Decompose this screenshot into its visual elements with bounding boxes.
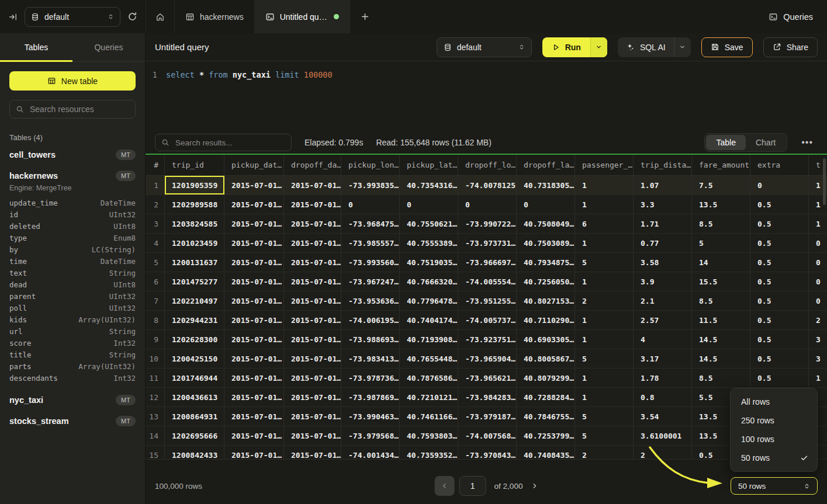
table-cell[interactable]: 5: [575, 426, 634, 445]
table-cell[interactable]: 1202628300: [165, 330, 224, 349]
table-cell[interactable]: 40.7796478…: [400, 291, 458, 310]
search-results-input[interactable]: [174, 138, 285, 148]
table-cell[interactable]: -73.973731…: [458, 234, 517, 252]
table-cell[interactable]: 40.7508049…: [517, 214, 575, 233]
table-cell[interactable]: -73.990463…: [341, 407, 400, 426]
table-cell[interactable]: 3: [809, 349, 827, 368]
table-cell[interactable]: -73.966697…: [458, 253, 517, 272]
table-cell[interactable]: -73.984283…: [458, 388, 517, 406]
table-cell[interactable]: 40.7359352…: [400, 446, 458, 459]
table-cell[interactable]: 1200436613: [165, 388, 224, 406]
menu-option-all-rows[interactable]: All rows: [731, 392, 817, 411]
table-cell[interactable]: -73.987869…: [341, 388, 400, 406]
table-cell[interactable]: 1: [575, 369, 634, 387]
table-cell[interactable]: 2015-07-01…: [224, 272, 284, 291]
menu-option-50-rows[interactable]: 50 rows: [731, 449, 817, 467]
table-cell[interactable]: -73.983413…: [341, 349, 400, 368]
table-cell[interactable]: -73.965904…: [458, 349, 517, 368]
table-cell[interactable]: -73.993560…: [341, 253, 400, 272]
sql-ai-button[interactable]: SQL AI: [618, 37, 674, 57]
table-cell[interactable]: 1201475277: [165, 272, 224, 291]
table-cell[interactable]: -73.923751…: [458, 330, 517, 349]
column-header[interactable]: passenger_…: [575, 155, 634, 175]
table-cell[interactable]: 5: [575, 407, 634, 426]
table-cell[interactable]: 2015-07-01…: [224, 349, 284, 368]
table-cell[interactable]: 2015-07-01…: [284, 369, 341, 387]
table-cell[interactable]: 0: [400, 195, 458, 214]
column-header[interactable]: fare_amount: [692, 155, 750, 175]
table-cell[interactable]: 2015-07-01…: [224, 311, 284, 329]
column-header[interactable]: dropoff_la…: [517, 155, 575, 175]
table-cell[interactable]: 0.5: [750, 291, 809, 310]
new-tab-button[interactable]: [350, 0, 380, 33]
table-cell[interactable]: 2015-07-01…: [224, 234, 284, 252]
table-cell[interactable]: -73.988693…: [341, 330, 400, 349]
table-cell[interactable]: 0.5: [750, 349, 809, 368]
table-cell[interactable]: 2015-07-01…: [224, 176, 284, 194]
page-number-input[interactable]: [459, 476, 486, 496]
table-cell[interactable]: -73.968475…: [341, 214, 400, 233]
table-cell[interactable]: 0.5: [750, 369, 809, 387]
table-cell[interactable]: 1.78: [634, 369, 692, 387]
table-cell[interactable]: 3: [809, 330, 827, 349]
table-cell[interactable]: 0.5: [750, 214, 809, 233]
table-cell[interactable]: 1: [575, 311, 634, 329]
sql-editor[interactable]: 1 select * from nyc_taxi limit 100000: [146, 61, 827, 131]
table-cell[interactable]: 1203824585: [165, 214, 224, 233]
table-cell[interactable]: 2015-07-01…: [284, 272, 341, 291]
table-cell[interactable]: 2015-07-01…: [284, 446, 341, 459]
table-cell[interactable]: 11.5: [692, 311, 750, 329]
table-cell[interactable]: 40.7876586…: [400, 369, 458, 387]
table-cell[interactable]: 40.6903305…: [517, 330, 575, 349]
table-cell[interactable]: 1202210497: [165, 291, 224, 310]
column-header[interactable]: pickup_lon…: [341, 155, 400, 175]
table-cell[interactable]: -73.993835…: [341, 176, 400, 194]
table-cell[interactable]: -74.006195…: [341, 311, 400, 329]
table-cell[interactable]: 2015-07-01…: [284, 195, 341, 214]
table-cell[interactable]: 2015-07-01…: [284, 426, 341, 445]
table-cell[interactable]: 40.8079299…: [517, 369, 575, 387]
table-cell[interactable]: -73.979187…: [458, 407, 517, 426]
table-cell[interactable]: 1: [809, 214, 827, 233]
table-cell[interactable]: 1.71: [634, 214, 692, 233]
sidebar-tab-tables[interactable]: Tables: [0, 33, 72, 61]
table-cell[interactable]: 5: [575, 253, 634, 272]
table-cell[interactable]: 0.5: [750, 330, 809, 349]
save-button[interactable]: Save: [701, 37, 753, 57]
table-cell[interactable]: 0.8: [634, 388, 692, 406]
table-cell[interactable]: 40.7655448…: [400, 349, 458, 368]
collapse-sidebar-icon[interactable]: [8, 12, 18, 22]
new-table-button[interactable]: New table: [9, 71, 136, 91]
sql-ai-options-button[interactable]: [674, 37, 691, 57]
table-cell[interactable]: 2015-07-01…: [224, 369, 284, 387]
tab-home[interactable]: [146, 0, 175, 33]
table-cell[interactable]: 40.7461166…: [400, 407, 458, 426]
table-cell[interactable]: 2015-07-01…: [284, 253, 341, 272]
table-cell[interactable]: 2015-07-01…: [284, 388, 341, 406]
table-cell[interactable]: 0: [809, 234, 827, 252]
table-cell[interactable]: 2015-07-01…: [224, 330, 284, 349]
table-cell[interactable]: 2015-07-01…: [284, 407, 341, 426]
table-cell[interactable]: 1.07: [634, 176, 692, 194]
table-cell[interactable]: 40.7210121…: [400, 388, 458, 406]
table-cell[interactable]: 1200842433: [165, 446, 224, 459]
table-cell[interactable]: 2015-07-01…: [284, 176, 341, 194]
rows-per-page-select[interactable]: 50 rows: [731, 477, 818, 495]
table-cell[interactable]: 2015-07-01…: [224, 388, 284, 406]
table-cell[interactable]: 1202989588: [165, 195, 224, 214]
table-cell[interactable]: -73.990722…: [458, 214, 517, 233]
share-button[interactable]: Share: [763, 37, 818, 57]
table-cell[interactable]: 2.1: [634, 291, 692, 310]
table-cell[interactable]: 2.57: [634, 311, 692, 329]
sidebar-table-hackernews[interactable]: hackernewsMT: [0, 165, 145, 186]
table-cell[interactable]: 40.7555389…: [400, 234, 458, 252]
sidebar-table-nyc_taxi[interactable]: nyc_taxiMT: [0, 390, 145, 411]
previous-page-button[interactable]: [435, 476, 455, 496]
table-cell[interactable]: 40.7519035…: [400, 253, 458, 272]
column-header[interactable]: trip_dista…: [634, 155, 692, 175]
table-cell[interactable]: 0: [809, 291, 827, 310]
table-cell[interactable]: 8.5: [692, 369, 750, 387]
next-page-button[interactable]: [531, 482, 538, 489]
view-toggle-table[interactable]: Table: [706, 135, 745, 150]
table-cell[interactable]: 3.9: [634, 272, 692, 291]
